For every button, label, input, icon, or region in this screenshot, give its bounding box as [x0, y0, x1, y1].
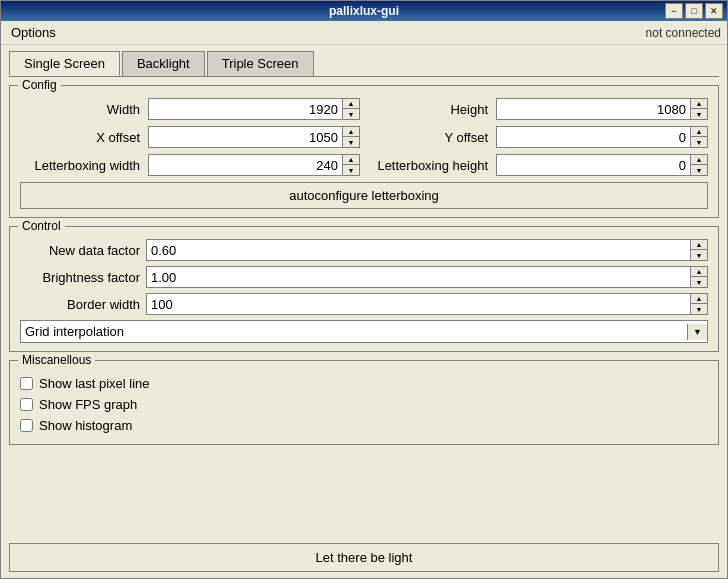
config-group-label: Config: [18, 78, 61, 92]
tab-single-screen[interactable]: Single Screen: [9, 51, 120, 76]
new-data-factor-row: New data factor ▲ ▼: [20, 239, 708, 261]
border-width-label: Border width: [20, 297, 140, 312]
width-down-button[interactable]: ▼: [343, 109, 359, 119]
brightness-factor-input[interactable]: [147, 267, 690, 287]
brightness-factor-spin-buttons: ▲ ▼: [690, 267, 707, 287]
new-data-factor-down-button[interactable]: ▼: [691, 250, 707, 260]
x-offset-spinner[interactable]: ▲ ▼: [148, 126, 360, 148]
letterboxing-height-spinner[interactable]: ▲ ▼: [496, 154, 708, 176]
let-there-be-light-button[interactable]: Let there be light: [9, 543, 719, 572]
border-width-input[interactable]: [147, 294, 690, 314]
new-data-factor-spin-buttons: ▲ ▼: [690, 240, 707, 260]
y-offset-input[interactable]: [497, 127, 690, 147]
y-offset-spinner[interactable]: ▲ ▼: [496, 126, 708, 148]
x-offset-down-button[interactable]: ▼: [343, 137, 359, 147]
show-last-pixel-line-label: Show last pixel line: [39, 376, 150, 391]
new-data-factor-label: New data factor: [20, 243, 140, 258]
config-grid: Width ▲ ▼ Height ▲ ▼ X o: [20, 94, 708, 176]
width-label: Width: [20, 102, 140, 117]
brightness-factor-wrapper[interactable]: ▲ ▼: [146, 266, 708, 288]
height-up-button[interactable]: ▲: [691, 99, 707, 109]
x-offset-label: X offset: [20, 130, 140, 145]
letterboxing-height-input[interactable]: [497, 155, 690, 175]
border-width-row: Border width ▲ ▼: [20, 293, 708, 315]
tab-backlight[interactable]: Backlight: [122, 51, 205, 76]
letterboxing-width-spinner[interactable]: ▲ ▼: [148, 154, 360, 176]
misc-checkboxes: Show last pixel line Show FPS graph Show…: [20, 369, 708, 436]
brightness-factor-label: Brightness factor: [20, 270, 140, 285]
interpolation-select-wrapper[interactable]: Grid interpolation Linear None ▼: [20, 320, 708, 343]
y-offset-spin-buttons: ▲ ▼: [690, 127, 707, 147]
letterboxing-height-up-button[interactable]: ▲: [691, 155, 707, 165]
control-group: Control New data factor ▲ ▼ Brightness: [9, 226, 719, 352]
close-button[interactable]: ✕: [705, 3, 723, 19]
main-content: Single Screen Backlight Triple Screen Co…: [1, 45, 727, 537]
title-bar: pallixlux-gui − □ ✕: [1, 1, 727, 21]
interpolation-select[interactable]: Grid interpolation Linear None: [21, 321, 687, 342]
width-input[interactable]: [149, 99, 342, 119]
show-histogram-label: Show histogram: [39, 418, 132, 433]
y-offset-label: Y offset: [368, 130, 488, 145]
show-fps-graph-row: Show FPS graph: [20, 394, 708, 415]
title-bar-buttons: − □ ✕: [665, 3, 723, 19]
width-spin-buttons: ▲ ▼: [342, 99, 359, 119]
show-histogram-checkbox[interactable]: [20, 419, 33, 432]
tab-bar: Single Screen Backlight Triple Screen: [9, 51, 719, 77]
bottom-bar: Let there be light: [1, 537, 727, 578]
new-data-factor-up-button[interactable]: ▲: [691, 240, 707, 250]
letterboxing-height-label: Letterboxing height: [368, 158, 488, 173]
connection-status: not connected: [646, 26, 721, 40]
menu-bar: Options not connected: [1, 21, 727, 45]
misc-group: Miscanellous Show last pixel line Show F…: [9, 360, 719, 445]
x-offset-spin-buttons: ▲ ▼: [342, 127, 359, 147]
show-histogram-row: Show histogram: [20, 415, 708, 436]
x-offset-input[interactable]: [149, 127, 342, 147]
new-data-factor-wrapper[interactable]: ▲ ▼: [146, 239, 708, 261]
interpolation-dropdown-arrow: ▼: [687, 324, 707, 340]
control-group-label: Control: [18, 219, 65, 233]
border-width-down-button[interactable]: ▼: [691, 304, 707, 314]
minimize-button[interactable]: −: [665, 3, 683, 19]
x-offset-up-button[interactable]: ▲: [343, 127, 359, 137]
main-window: pallixlux-gui − □ ✕ Options not connecte…: [0, 0, 728, 579]
brightness-factor-row: Brightness factor ▲ ▼: [20, 266, 708, 288]
window-title: pallixlux-gui: [329, 4, 399, 18]
show-fps-graph-label: Show FPS graph: [39, 397, 137, 412]
letterboxing-width-input[interactable]: [149, 155, 342, 175]
letterboxing-width-down-button[interactable]: ▼: [343, 165, 359, 175]
y-offset-up-button[interactable]: ▲: [691, 127, 707, 137]
letterboxing-width-up-button[interactable]: ▲: [343, 155, 359, 165]
border-width-wrapper[interactable]: ▲ ▼: [146, 293, 708, 315]
height-spin-buttons: ▲ ▼: [690, 99, 707, 119]
tab-triple-screen[interactable]: Triple Screen: [207, 51, 314, 76]
show-last-pixel-line-row: Show last pixel line: [20, 373, 708, 394]
brightness-factor-down-button[interactable]: ▼: [691, 277, 707, 287]
letterboxing-width-label: Letterboxing width: [20, 158, 140, 173]
autoconfigure-button[interactable]: autoconfigure letterboxing: [20, 182, 708, 209]
config-group: Config Width ▲ ▼ Height ▲ ▼: [9, 85, 719, 218]
width-spinner[interactable]: ▲ ▼: [148, 98, 360, 120]
width-up-button[interactable]: ▲: [343, 99, 359, 109]
show-last-pixel-line-checkbox[interactable]: [20, 377, 33, 390]
height-down-button[interactable]: ▼: [691, 109, 707, 119]
show-fps-graph-checkbox[interactable]: [20, 398, 33, 411]
letterboxing-height-spin-buttons: ▲ ▼: [690, 155, 707, 175]
misc-group-label: Miscanellous: [18, 353, 95, 367]
brightness-factor-up-button[interactable]: ▲: [691, 267, 707, 277]
y-offset-down-button[interactable]: ▼: [691, 137, 707, 147]
height-input[interactable]: [497, 99, 690, 119]
letterboxing-width-spin-buttons: ▲ ▼: [342, 155, 359, 175]
letterboxing-height-down-button[interactable]: ▼: [691, 165, 707, 175]
height-spinner[interactable]: ▲ ▼: [496, 98, 708, 120]
options-menu[interactable]: Options: [7, 24, 60, 41]
border-width-up-button[interactable]: ▲: [691, 294, 707, 304]
new-data-factor-input[interactable]: [147, 240, 690, 260]
maximize-button[interactable]: □: [685, 3, 703, 19]
height-label: Height: [368, 102, 488, 117]
border-width-spin-buttons: ▲ ▼: [690, 294, 707, 314]
